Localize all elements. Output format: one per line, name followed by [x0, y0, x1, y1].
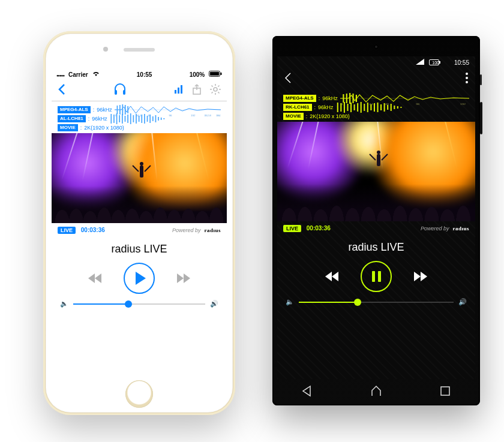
volume-slider[interactable]: 🔈 🔊 [52, 300, 227, 314]
waveform-bottom [336, 101, 469, 114]
iphone-screen: Carrier 10:55 100% [52, 68, 227, 373]
ios-nav-bar [52, 80, 227, 101]
share-icon[interactable] [192, 84, 202, 97]
elapsed-time: 00:03:36 [307, 225, 331, 231]
iphone-home-button[interactable] [125, 380, 153, 408]
system-recent-apps-button[interactable] [439, 385, 451, 399]
volume-high-icon: 🔊 [458, 298, 467, 306]
format-spec-panel: MPEG4-ALS : 96kHz 044.14896192 RK-LCH61 … [277, 90, 475, 122]
back-button[interactable] [58, 83, 66, 98]
signal-strength-icon [56, 71, 64, 78]
volume-low-icon: 🔈 [286, 298, 294, 306]
rewind-button[interactable] [88, 271, 102, 285]
brand-logo-text: radıus [452, 225, 469, 231]
sep: : [314, 104, 316, 110]
transport-controls [277, 257, 475, 298]
live-badge: LIVE [283, 225, 301, 232]
tag-codec: MPEG4-ALS [58, 106, 91, 113]
settings-gear-icon[interactable] [210, 84, 221, 97]
crowd-silhouette [277, 184, 475, 221]
wifi-icon [92, 71, 100, 78]
volume-track[interactable] [299, 302, 454, 303]
carrier-label: Carrier [68, 71, 88, 78]
track-title: radius LIVE [277, 235, 475, 257]
fast-forward-button[interactable] [176, 271, 191, 285]
sep: : [319, 95, 320, 101]
system-home-button[interactable] [370, 385, 382, 399]
volume-low-icon: 🔈 [60, 300, 68, 308]
format-spec-panel: MPEG4-ALS : 96kHz 044.14896192352.8384 [52, 101, 227, 133]
value-movie: 2K(1920 x 1080) [310, 113, 350, 119]
performer-silhouette [374, 149, 383, 169]
battery-icon: 100 [429, 59, 449, 65]
svg-line-17 [212, 92, 213, 93]
svg-point-9 [214, 88, 217, 91]
system-back-button[interactable] [301, 385, 313, 399]
playback-info-bar: LIVE 00:03:36 Powered by radıus [52, 223, 227, 237]
android-app-bar [277, 68, 475, 90]
battery-percent: 100 [432, 61, 439, 65]
powered-by-label: Powered by [172, 227, 201, 233]
sep: : [88, 116, 90, 122]
svg-rect-1 [210, 72, 219, 76]
volume-track[interactable] [73, 303, 205, 305]
battery-icon [209, 71, 222, 78]
iphone-speaker-grille [124, 48, 155, 52]
spec-row-channel: RK-LCH61 : 96kHz [283, 103, 469, 112]
waveform-bottom [110, 112, 221, 125]
android-side-detail [480, 74, 482, 85]
volume-thumb[interactable] [354, 299, 361, 306]
ios-status-bar: Carrier 10:55 100% [52, 68, 227, 80]
video-preview[interactable] [277, 122, 475, 221]
android-device-frame: 100 10:55 MPEG4-ALS : 96kHz [272, 36, 480, 405]
value-channel: 96kHz [92, 116, 107, 122]
video-preview[interactable] [52, 133, 227, 223]
elapsed-time: 00:03:36 [81, 227, 105, 233]
android-system-nav [272, 379, 480, 405]
tag-movie: MOVIE [283, 113, 304, 120]
equalizer-icon[interactable] [174, 85, 184, 97]
svg-point-53 [466, 73, 468, 75]
signal-strength-icon [416, 59, 424, 66]
android-status-bar: 100 10:55 [277, 56, 475, 68]
iphone-device-frame: Carrier 10:55 100% [43, 31, 235, 415]
svg-rect-7 [181, 85, 182, 94]
rewind-button[interactable] [325, 269, 339, 284]
playback-info-bar: LIVE 00:03:36 Powered by radıus [277, 221, 475, 235]
crowd-silhouette [52, 186, 227, 223]
value-channel: 96kHz [318, 104, 334, 110]
play-button[interactable] [124, 263, 155, 294]
sep: : [306, 113, 308, 119]
tag-movie: MOVIE [58, 124, 78, 131]
svg-rect-6 [178, 88, 179, 94]
spec-row-channel: AL-LCH81 : 96kHz [58, 114, 221, 123]
volume-thumb[interactable] [125, 300, 132, 308]
svg-rect-5 [175, 90, 176, 94]
brand-logo-text: radıus [204, 227, 221, 233]
pause-icon [372, 271, 381, 282]
transport-controls [52, 259, 227, 300]
svg-line-16 [218, 86, 219, 87]
status-time: 10:55 [137, 71, 152, 78]
overflow-menu-icon[interactable] [466, 73, 468, 86]
powered-by-label: Powered by [421, 225, 449, 231]
fast-forward-button[interactable] [413, 269, 428, 284]
svg-point-54 [466, 77, 468, 79]
svg-line-15 [218, 92, 219, 93]
performer-silhouette [137, 161, 146, 180]
pause-button[interactable] [361, 261, 392, 292]
android-front-camera [374, 44, 379, 49]
headphones-icon[interactable] [113, 83, 127, 98]
powered-by: Powered by radıus [172, 227, 221, 233]
play-icon [136, 272, 146, 285]
tag-channel: RK-LCH61 [283, 104, 312, 111]
tag-codec: MPEG4-ALS [283, 95, 316, 102]
track-title: radius LIVE [52, 237, 227, 259]
svg-rect-87 [441, 387, 449, 395]
volume-slider[interactable]: 🔈 🔊 [277, 298, 475, 312]
sep: : [80, 125, 82, 131]
android-power-button[interactable] [480, 102, 482, 134]
android-screen: 100 10:55 MPEG4-ALS : 96kHz [277, 56, 475, 379]
back-button[interactable] [284, 72, 292, 86]
svg-line-14 [212, 86, 213, 87]
